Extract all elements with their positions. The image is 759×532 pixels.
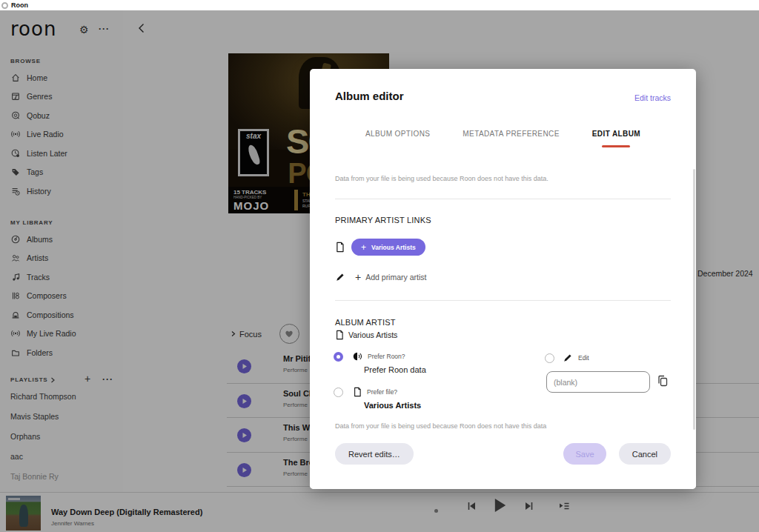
various-artists-chip[interactable]: + Various Artists — [351, 239, 425, 256]
clipped-file-data-note: Data from your file is being used becaus… — [335, 422, 646, 430]
file-icon — [353, 387, 362, 397]
active-tab-underline — [602, 145, 630, 147]
add-primary-artist-button[interactable]: + Add primary artist — [335, 271, 426, 283]
pencil-icon[interactable] — [563, 353, 573, 363]
cancel-button[interactable]: Cancel — [619, 443, 671, 465]
revert-edits-button[interactable]: Revert edits… — [335, 443, 414, 465]
primary-artist-chip-row: + Various Artists — [335, 239, 425, 256]
plus-icon: + — [361, 242, 366, 253]
dialog-title: Album editor — [335, 90, 404, 102]
pencil-icon — [335, 272, 345, 282]
current-album-artist-value: Various Artists — [348, 330, 397, 339]
roon-icon — [352, 351, 362, 362]
dialog-tabs: ALBUM OPTIONS METADATA PREFERENCE EDIT A… — [310, 130, 696, 147]
edit-radio[interactable] — [545, 353, 554, 363]
album-editor-dialog: Album editor Edit tracks ALBUM OPTIONS M… — [310, 69, 696, 489]
edit-label: Edit — [578, 354, 589, 362]
tab-metadata-preference[interactable]: METADATA PREFERENCE — [463, 130, 559, 147]
tab-edit-album[interactable]: EDIT ALBUM — [592, 130, 640, 147]
prefer-file-option[interactable]: Prefer file? — [334, 387, 397, 397]
window-title: Roon — [11, 1, 28, 9]
file-icon — [335, 330, 344, 340]
modal-scrollbar[interactable] — [693, 169, 695, 430]
tab-label: METADATA PREFERENCE — [463, 130, 559, 138]
save-button[interactable]: Save — [563, 443, 606, 465]
add-primary-artist-label: Add primary artist — [365, 273, 426, 282]
app-icon — [1, 2, 8, 9]
divider — [335, 300, 671, 301]
plus-icon: + — [355, 271, 361, 283]
prefer-file-radio[interactable] — [334, 388, 343, 397]
divider — [335, 199, 671, 199]
tab-label: EDIT ALBUM — [592, 130, 640, 138]
prefer-roon-radio[interactable] — [334, 352, 343, 362]
file-data-note: Data from your file is being used becaus… — [335, 175, 548, 182]
prefer-file-label: Prefer file? — [367, 388, 397, 396]
current-album-artist: Various Artists — [335, 330, 397, 340]
file-icon — [335, 242, 345, 253]
primary-artist-links-heading: PRIMARY ARTIST LINKS — [335, 216, 431, 225]
tab-label: ALBUM OPTIONS — [365, 130, 430, 138]
album-artist-input[interactable] — [546, 371, 650, 393]
prefer-roon-option[interactable]: Prefer Roon? — [334, 351, 405, 362]
edit-tracks-link[interactable]: Edit tracks — [634, 93, 671, 102]
dialog-footer: Revert edits… Save Cancel — [310, 430, 696, 489]
chip-label: Various Artists — [371, 244, 416, 251]
prefer-roon-label: Prefer Roon? — [368, 353, 405, 360]
copy-icon[interactable] — [657, 375, 669, 388]
tab-album-options[interactable]: ALBUM OPTIONS — [365, 130, 430, 147]
roon-window: Roon roon ⚙ ··· BROWSE Home Genres — [0, 0, 759, 532]
prefer-file-value: Various Artists — [364, 401, 421, 410]
edit-option[interactable]: Edit — [545, 353, 589, 363]
prefer-roon-value: Prefer Roon data — [364, 365, 426, 374]
window-titlebar: Roon — [0, 0, 759, 10]
album-artist-heading: ALBUM ARTIST — [335, 318, 396, 327]
